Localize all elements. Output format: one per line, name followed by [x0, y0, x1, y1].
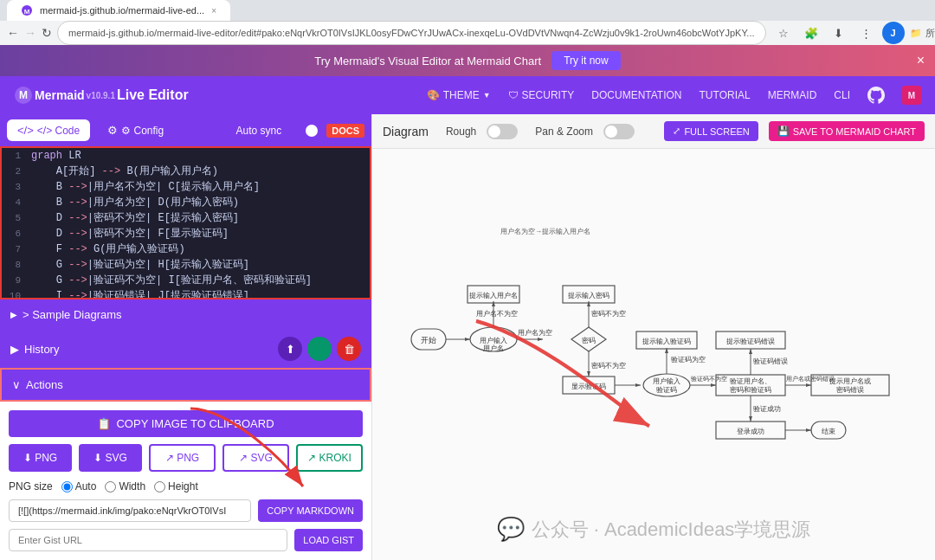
security-label: SECURITY [522, 89, 575, 101]
theme-nav-item[interactable]: 🎨 THEME ▼ [427, 89, 491, 101]
code-tab-icon: </> [17, 124, 34, 137]
width-radio-label[interactable]: Width [105, 480, 145, 492]
github-link[interactable] [867, 87, 885, 104]
svg-text:提示输入用户名: 提示输入用户名 [469, 292, 518, 299]
logo-brand: Mermaid [35, 88, 85, 102]
width-radio[interactable] [105, 481, 116, 492]
downloads-button[interactable]: ⬇ [827, 21, 851, 45]
forward-button[interactable]: → [24, 21, 36, 45]
copy-icon: 📋 [97, 417, 111, 430]
tutorial-nav-item[interactable]: TUTORIAL [700, 89, 751, 101]
markdown-input[interactable] [9, 499, 251, 522]
menu-button[interactable]: ⋮ [854, 21, 879, 45]
fullscreen-label: FULL SCREEN [684, 126, 749, 137]
history-red-button[interactable]: 🗑 [337, 337, 361, 361]
panzoom-toggle-knob [605, 126, 617, 138]
gist-row: LOAD GIST [9, 529, 363, 551]
svg-text:用户名或密码错误: 用户名或密码错误 [786, 376, 835, 383]
gist-url-input[interactable] [9, 529, 287, 551]
rough-label: Rough [446, 126, 476, 138]
banner-close-button[interactable]: × [917, 53, 925, 68]
history-label[interactable]: ▶ History [10, 343, 59, 356]
svg-text:M: M [24, 8, 30, 16]
auto-sync-toggle[interactable] [288, 123, 319, 138]
history-upload-button[interactable]: ⬆ [278, 337, 302, 361]
actions-header[interactable]: ∨ Actions [0, 368, 371, 402]
load-gist-button[interactable]: LOAD GIST [294, 529, 363, 551]
mermaid-chart-icon[interactable]: M [902, 86, 921, 105]
right-panel: Diagram Rough Pan & Zoom ⤢ FULL SCREEN 💾… [372, 114, 935, 560]
actions-chevron-icon: ∨ [12, 378, 21, 391]
diagram-header: Diagram Rough Pan & Zoom ⤢ FULL SCREEN 💾… [372, 114, 935, 149]
height-radio-label[interactable]: Height [154, 480, 198, 492]
back-button[interactable]: ← [7, 21, 19, 45]
address-bar[interactable]: mermaid-js.github.io/mermaid-live-editor… [57, 21, 766, 45]
svg-text:用户名为空: 用户名为空 [518, 329, 552, 337]
panzoom-toggle[interactable] [603, 124, 635, 139]
actions-section: ∨ Actions 📋 COPY IMAGE TO CLIPBOARD ⬇ PN… [0, 368, 371, 560]
download-svg-button[interactable]: ⬇ SVG [79, 444, 142, 472]
code-line-3: 3 B -->|用户名不为空| C[提示输入用户名] [2, 179, 370, 195]
code-line-2: 2 A[开始] --> B(用户输入用户名) [2, 164, 370, 179]
bookmark-button[interactable]: ☆ [771, 21, 796, 45]
code-line-1: 1graph LR [2, 148, 370, 164]
theme-icon: 🎨 [427, 89, 440, 101]
auto-radio-label[interactable]: Auto [61, 480, 97, 492]
code-line-10: 10 I -->|验证码错误| J[提示验证码错误] [2, 288, 370, 299]
external-svg-button[interactable]: ↗ SVG [222, 444, 289, 472]
profile-avatar[interactable]: J [882, 22, 905, 44]
tab-favicon: M [21, 4, 33, 16]
tab-config[interactable]: ⚙ ⚙ Config [97, 119, 174, 141]
refresh-button[interactable]: ↻ [42, 21, 52, 45]
documentation-nav-item[interactable]: DOCUMENTATION [591, 89, 681, 101]
code-editor[interactable]: 1graph LR 2 A[开始] --> B(用户输入用户名) 3 B -->… [0, 146, 371, 299]
svg-text:密码不为空: 密码不为空 [591, 362, 626, 370]
history-arrow-icon: ▶ [10, 343, 19, 356]
png-size-row: PNG size Auto Width Height [9, 480, 363, 492]
diagram-title: Diagram [383, 125, 429, 138]
code-line-7: 7 F --> G(用户输入验证码) [2, 241, 370, 257]
tab-close-icon[interactable]: × [211, 6, 216, 16]
svg-text:密码错误: 密码错误 [836, 386, 864, 394]
svg-text:提示验证码错误: 提示验证码错误 [726, 338, 775, 345]
sample-diagrams-label: > Sample Diagrams [23, 308, 122, 321]
copy-clipboard-label: COPY IMAGE TO CLIPBOARD [116, 417, 274, 430]
try-it-now-button[interactable]: Try it now [551, 51, 621, 70]
history-actions: ⬆ 🗑 [278, 337, 361, 361]
svg-text:验证码不为空: 验证码不为空 [691, 376, 727, 382]
browser-tab[interactable]: M mermaid-js.github.io/mermaid-live-ed..… [7, 0, 230, 21]
url-text: mermaid-js.github.io/mermaid-live-editor… [68, 28, 755, 38]
code-tab-label: </> Code [37, 125, 80, 137]
svg-text:M: M [19, 89, 28, 101]
cli-nav-item[interactable]: CLI [834, 89, 850, 101]
extension-button[interactable]: 🧩 [799, 21, 823, 45]
mermaid-nav-item[interactable]: MERMAID [768, 89, 817, 101]
tab-title: mermaid-js.github.io/mermaid-live-ed... [40, 5, 204, 16]
height-radio[interactable] [154, 481, 165, 492]
kroki-button[interactable]: ↗ KROKI [296, 444, 363, 472]
sample-diagrams-section[interactable]: ▶ > Sample Diagrams [0, 299, 371, 330]
browser-toolbar: ← → ↻ mermaid-js.github.io/mermaid-live-… [0, 21, 935, 46]
toggle-knob [306, 125, 318, 137]
save-to-mermaid-button[interactable]: 💾 SAVE TO MERMAID CHART [769, 121, 925, 141]
auto-radio[interactable] [61, 481, 73, 492]
actions-label: Actions [26, 378, 63, 391]
security-nav-item[interactable]: 🛡 SECURITY [508, 89, 575, 101]
app-logo: M Mermaid v10.9.1 Live Editor [14, 86, 189, 105]
rough-toggle[interactable] [487, 124, 518, 139]
download-png-button[interactable]: ⬇ PNG [9, 444, 72, 472]
auto-sync-container: Auto sync DOCS [236, 123, 364, 138]
tab-code[interactable]: </> </> Code [7, 119, 90, 141]
banner: Try Mermaid's Visual Editor at Mermaid C… [0, 45, 935, 76]
sample-diagrams-arrow: ▶ [10, 310, 17, 319]
markdown-row: COPY MARKDOWN [9, 499, 363, 522]
fullscreen-button[interactable]: ⤢ FULL SCREEN [664, 121, 758, 141]
documentation-label: DOCUMENTATION [591, 89, 681, 101]
history-section: ▶ History ⬆ 🗑 [0, 330, 371, 368]
svg-text:用户名不为空: 用户名不为空 [476, 310, 518, 318]
wechat-icon: 💬 [497, 516, 525, 543]
external-png-button[interactable]: ↗ PNG [149, 444, 216, 472]
copy-markdown-button[interactable]: COPY MARKDOWN [258, 499, 363, 522]
history-green-button[interactable] [307, 337, 332, 361]
copy-clipboard-button[interactable]: 📋 COPY IMAGE TO CLIPBOARD [9, 410, 363, 437]
